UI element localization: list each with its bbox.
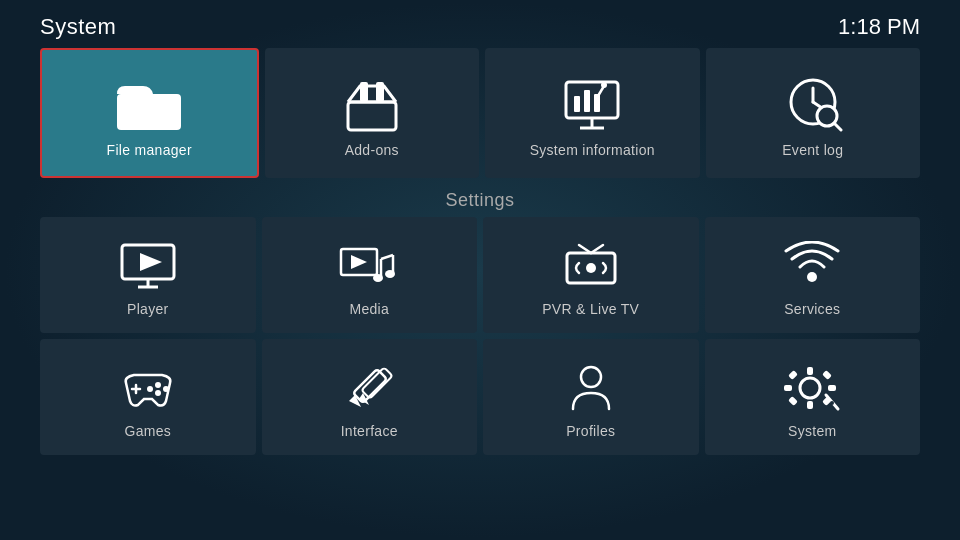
tile-games-label: Games: [124, 423, 171, 439]
tile-pvr-live-tv-label: PVR & Live TV: [542, 301, 639, 317]
tile-system[interactable]: System: [705, 339, 921, 455]
svg-rect-9: [584, 90, 590, 112]
svg-rect-1: [348, 102, 396, 130]
games-icon: [116, 363, 180, 413]
media-icon: [337, 241, 401, 291]
top-row: File manager Add-ons: [40, 48, 920, 178]
svg-point-33: [807, 272, 817, 282]
tile-interface-label: Interface: [341, 423, 398, 439]
tile-system-information-label: System information: [530, 142, 655, 158]
tile-system-label: System: [788, 423, 836, 439]
tile-interface[interactable]: Interface: [262, 339, 478, 455]
svg-rect-3: [360, 82, 368, 102]
folder-icon: [113, 76, 185, 132]
svg-marker-23: [351, 255, 367, 269]
services-icon: [782, 241, 842, 291]
interface-icon: [337, 363, 401, 413]
tile-system-information[interactable]: System information: [485, 48, 700, 178]
eventlog-icon: [781, 76, 845, 132]
player-icon: [116, 241, 180, 291]
settings-row-2: Games Interface: [40, 339, 920, 455]
svg-marker-21: [140, 253, 162, 271]
svg-point-32: [586, 263, 596, 273]
tile-file-manager[interactable]: File manager: [40, 48, 259, 178]
svg-point-55: [830, 401, 834, 405]
tile-media[interactable]: Media: [262, 217, 478, 333]
tile-add-ons-label: Add-ons: [345, 142, 399, 158]
top-bar: System 1:18 PM: [40, 0, 920, 48]
svg-rect-46: [807, 367, 813, 375]
svg-rect-5: [566, 82, 618, 118]
svg-rect-49: [828, 385, 836, 391]
svg-rect-8: [574, 96, 580, 112]
svg-point-37: [163, 386, 169, 392]
svg-point-44: [581, 367, 601, 387]
tile-player-label: Player: [127, 301, 168, 317]
svg-rect-0: [117, 94, 181, 130]
tile-add-ons[interactable]: Add-ons: [265, 48, 480, 178]
tile-profiles[interactable]: Profiles: [483, 339, 699, 455]
svg-point-25: [373, 274, 383, 282]
svg-point-39: [147, 386, 153, 392]
settings-row-1: Player Media: [40, 217, 920, 333]
svg-line-28: [381, 255, 393, 259]
system-icon: [780, 363, 844, 413]
tile-services-label: Services: [784, 301, 840, 317]
addons-icon: [340, 76, 404, 132]
svg-rect-42: [362, 367, 393, 398]
svg-rect-51: [822, 370, 832, 380]
page-wrapper: System 1:18 PM File manager: [0, 0, 960, 540]
tile-event-log[interactable]: Event log: [706, 48, 921, 178]
tile-media-label: Media: [349, 301, 389, 317]
svg-rect-52: [788, 396, 798, 406]
svg-rect-4: [376, 82, 384, 102]
svg-point-45: [800, 378, 820, 398]
svg-point-38: [155, 390, 161, 396]
svg-rect-10: [594, 94, 600, 112]
pvr-icon: [559, 241, 623, 291]
tile-profiles-label: Profiles: [566, 423, 615, 439]
svg-line-17: [834, 123, 841, 130]
svg-point-12: [601, 82, 607, 88]
tile-file-manager-label: File manager: [107, 142, 192, 158]
page-title: System: [40, 14, 116, 40]
settings-section-label: Settings: [40, 184, 920, 217]
profiles-icon: [559, 363, 623, 413]
tile-event-log-label: Event log: [782, 142, 843, 158]
tile-pvr-live-tv[interactable]: PVR & Live TV: [483, 217, 699, 333]
svg-point-27: [385, 270, 395, 278]
svg-rect-48: [784, 385, 792, 391]
tile-games[interactable]: Games: [40, 339, 256, 455]
tile-player[interactable]: Player: [40, 217, 256, 333]
svg-point-36: [155, 382, 161, 388]
svg-rect-47: [807, 401, 813, 409]
sysinfo-icon: [560, 76, 624, 132]
clock-display: 1:18 PM: [838, 14, 920, 40]
svg-rect-50: [788, 370, 798, 380]
tile-services[interactable]: Services: [705, 217, 921, 333]
